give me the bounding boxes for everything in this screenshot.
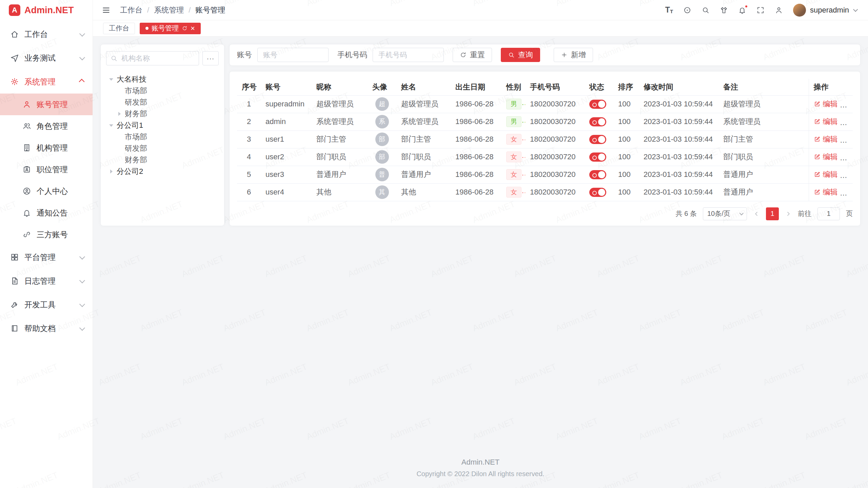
sidebar-item-org-management[interactable]: 机构管理 <box>0 137 93 159</box>
gender-badge: 男 <box>506 99 521 110</box>
chevron-down-icon <box>79 325 85 331</box>
edit-icon <box>814 171 821 178</box>
font-size-icon[interactable]: TT <box>665 6 673 14</box>
tree-caret-icon[interactable] <box>117 88 122 93</box>
tree-caret-icon[interactable] <box>117 111 122 116</box>
tree-node[interactable]: 大名科技 <box>106 74 219 85</box>
page-size-select[interactable]: 10条/页 <box>703 207 747 220</box>
tree-node[interactable]: 财务部 <box>106 154 219 166</box>
tree-node-label: 研发部 <box>125 143 147 154</box>
tree-node[interactable]: 市场部 <box>106 85 219 97</box>
status-toggle[interactable] <box>589 152 606 162</box>
tree-node[interactable]: 财务部 <box>106 108 219 120</box>
goto-page-input[interactable] <box>817 207 840 220</box>
tree-caret-icon[interactable] <box>109 77 114 82</box>
sidebar-item-label: 日志管理 <box>24 276 56 286</box>
sidebar-item-personal-center[interactable]: 个人中心 <box>0 180 93 202</box>
tree-node[interactable]: 研发部 <box>106 97 219 108</box>
modified-time-cell: 2023-01-03 10:59:44 <box>639 95 718 113</box>
row-more-button[interactable]: ··· <box>845 154 853 162</box>
breadcrumb-item[interactable]: 工作台 <box>120 5 142 15</box>
sidebar-item-business-test[interactable]: 业务测试 <box>0 46 93 70</box>
edit-button[interactable]: 编辑 <box>814 117 838 127</box>
tree-node[interactable]: 分公司2 <box>106 166 219 177</box>
user-menu[interactable]: superadmin <box>793 4 856 17</box>
phone-input[interactable] <box>373 48 444 62</box>
row-more-button[interactable]: ··· <box>845 189 853 197</box>
table-row: 6 user4 其他 其 其他 1986-06-28 女 18020030720… <box>237 183 853 201</box>
row-more-button[interactable]: ··· <box>845 101 853 109</box>
sidebar-item-notice[interactable]: 通知公告 <box>0 202 93 224</box>
sidebar-item-third-party-account[interactable]: 三方账号 <box>0 224 93 245</box>
tree-node[interactable]: 分公司1 <box>106 120 219 131</box>
org-more-button[interactable]: ··· <box>202 51 219 65</box>
status-toggle[interactable] <box>589 117 606 126</box>
sidebar-item-dev-tools[interactable]: 开发工具 <box>0 293 93 317</box>
tab-account-management[interactable]: 账号管理 × <box>140 23 201 34</box>
account-cell: admin <box>261 113 312 130</box>
query-toolbar: 账号 手机号码 重置 查询 <box>229 44 861 66</box>
search-icon[interactable] <box>702 6 710 14</box>
footer-title: Admin.NET <box>93 458 868 467</box>
column-header: 手机号码 <box>525 79 585 95</box>
sidebar-item-workbench[interactable]: 工作台 <box>0 22 93 46</box>
account-input[interactable] <box>257 48 329 62</box>
action-cell: 编辑 ··· <box>809 113 853 130</box>
reset-button[interactable]: 重置 <box>453 48 492 62</box>
collapse-menu-icon[interactable] <box>102 6 111 15</box>
sidebar-item-system-management[interactable]: 系统管理 <box>0 70 93 94</box>
footer-copyright: Copyright © 2022 Dilon All rights reserv… <box>93 470 868 478</box>
tree-caret-icon[interactable] <box>117 158 122 162</box>
gender-cell: 男 <box>501 95 525 113</box>
next-page-button[interactable] <box>785 210 792 217</box>
tree-caret-icon[interactable] <box>109 123 114 128</box>
nickname-cell: 部门主管 <box>312 130 368 148</box>
row-more-button[interactable]: ··· <box>845 118 853 127</box>
tree-caret-icon[interactable] <box>117 146 122 151</box>
page-number-button[interactable]: 1 <box>766 207 779 220</box>
circle-dot-icon[interactable] <box>683 6 691 14</box>
notification-badge <box>745 5 748 8</box>
edit-button[interactable]: 编辑 <box>814 99 838 109</box>
query-button[interactable]: 查询 <box>501 48 540 62</box>
notification-bell-icon[interactable] <box>738 6 746 14</box>
nickname-cell: 普通用户 <box>312 166 368 183</box>
edit-button[interactable]: 编辑 <box>814 187 838 197</box>
tree-caret-icon[interactable] <box>109 169 114 174</box>
prev-page-button[interactable] <box>753 210 760 217</box>
row-more-button[interactable]: ··· <box>845 171 853 180</box>
sidebar-item-help-docs[interactable]: 帮助文档 <box>0 317 93 340</box>
tree-node[interactable]: 研发部 <box>106 143 219 154</box>
close-icon[interactable]: × <box>191 25 195 32</box>
tree-node[interactable]: 市场部 <box>106 131 219 143</box>
edit-button[interactable]: 编辑 <box>814 169 838 180</box>
pagination: 共 6 条 10条/页 1 前往 页 <box>237 207 853 220</box>
sidebar-item-platform-management[interactable]: 平台管理 <box>0 245 93 269</box>
tree-caret-icon[interactable] <box>117 135 122 139</box>
sidebar-item-log-management[interactable]: 日志管理 <box>0 269 93 293</box>
page-footer: Admin.NET Copyright © 2022 Dilon All rig… <box>93 449 868 488</box>
profile-icon[interactable] <box>775 6 783 14</box>
status-toggle[interactable] <box>589 170 606 179</box>
edit-button[interactable]: 编辑 <box>814 152 838 162</box>
tab-workbench[interactable]: 工作台 <box>103 23 135 34</box>
sidebar-item-label: 业务测试 <box>24 53 56 63</box>
edit-button[interactable]: 编辑 <box>814 134 838 144</box>
org-search-input[interactable] <box>106 51 199 65</box>
fullscreen-icon[interactable] <box>756 6 765 14</box>
row-more-button[interactable]: ··· <box>845 136 853 144</box>
system-submenu: 账号管理 角色管理 机构管理 职位管理 个人中心 <box>0 94 93 245</box>
edit-icon <box>814 136 821 143</box>
sidebar-item-role-management[interactable]: 角色管理 <box>0 115 93 137</box>
status-toggle[interactable] <box>589 100 606 109</box>
tree-caret-icon[interactable] <box>117 100 122 105</box>
theme-icon[interactable] <box>720 6 728 14</box>
status-toggle[interactable] <box>589 135 606 144</box>
breadcrumb-item[interactable]: 系统管理 <box>154 5 184 15</box>
add-button[interactable]: 新增 <box>554 48 593 62</box>
refresh-icon[interactable] <box>182 25 188 31</box>
status-toggle[interactable] <box>589 188 606 197</box>
sidebar-item-account-management[interactable]: 账号管理 <box>0 94 93 115</box>
sidebar-item-position-management[interactable]: 职位管理 <box>0 159 93 180</box>
avatar-cell: 其 <box>368 183 396 201</box>
